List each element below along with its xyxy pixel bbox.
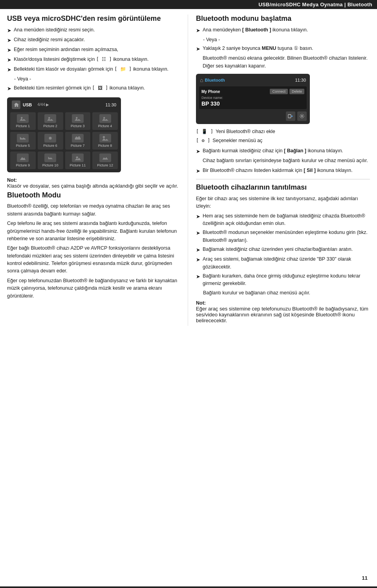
bt-connect-btn[interactable]: Connect (270, 89, 288, 94)
svg-point-3 (48, 117, 50, 119)
pic-icon-11 (72, 153, 84, 162)
phone-icon-bracket: [ 📱 ] (196, 128, 213, 135)
usb-note-box: Not: Klasör ve dosyalar, ses çalma başlı… (7, 177, 180, 189)
bt-device-name-label: Device name: (201, 96, 304, 100)
bt-intro-text-1: Hem araç ses sisteminde hem de bağlamak … (203, 212, 370, 228)
gear-icon-bracket: [ ⚙ ] (196, 137, 210, 144)
icon-legend-2: [ ⚙ ] Seçenekler menüsü aç (196, 137, 370, 144)
bt-bp-label: BP 330 (201, 100, 304, 107)
usb-screen-top-bar: USB 4/44 ▶ 11:30 (10, 100, 118, 109)
icon-legend-text-2: Seçenekler menüsü aç (212, 137, 262, 144)
usb-screen-mockup: USB 4/44 ▶ 11:30 Picture 1 (7, 97, 121, 172)
usb-picture-grid: Picture 1 Picture 2 (10, 112, 118, 169)
bt-intro-heading: Bluetooth cihazlarının tanıtılması (196, 183, 370, 192)
usb-pic-10: Picture 10 (38, 152, 63, 169)
note-label: Not: (7, 177, 17, 183)
bt-note-label: Not: (196, 300, 206, 306)
bt-para-3: Eğer bağlı Bluetooth® cihazı A2DP ve AVR… (7, 245, 180, 275)
bt-bullet-text-1: Ana menüdeyken [ Bluetooth ] ikonuna tık… (203, 26, 370, 34)
svg-point-7 (103, 117, 105, 119)
usb-counter: 4/44 ▶ (37, 102, 49, 107)
bt-veya: - Veya - (196, 36, 370, 44)
usb-top-row: USB 4/44 ▶ (12, 100, 49, 109)
pic-label-8: Picture 8 (93, 144, 117, 148)
usb-pic-12: Picture 12 (92, 152, 118, 169)
usb-section: USB veya microSDHC'den resim görüntüleme… (7, 15, 180, 93)
svg-point-5 (76, 117, 78, 119)
pic-icon-5 (17, 134, 29, 142)
bt-bottom-bar (199, 111, 307, 121)
usb-label: USB (23, 102, 32, 107)
bt-intro-text-4: Araç ses sistemi, bağlamak istediğiniz c… (203, 256, 370, 271)
usb-section-heading: USB veya microSDHC'den resim görüntüleme (7, 15, 180, 23)
pic-label-4: Picture 4 (93, 124, 117, 128)
pic-label-11: Picture 11 (66, 163, 90, 167)
usb-pic-11: Picture 11 (65, 152, 91, 169)
bullet-1: ➤ Ana menüden istediğiniz resmi seçin. (7, 26, 180, 35)
usb-pic-4: Picture 4 (92, 112, 118, 130)
bt-delete-btn[interactable]: Delete (289, 89, 304, 94)
arrow-icon-3: ➤ (7, 46, 11, 54)
bt-intro-para: Eğer bir cihazı araç ses sistemine ilk k… (196, 195, 370, 210)
arrow-icon-2: ➤ (7, 37, 11, 44)
bt-intro-arrow-5: ➤ (196, 273, 200, 281)
bt-home-icon: ⌂ (200, 77, 203, 83)
bt-button-group: Connect Delete (270, 89, 304, 94)
bt-screen-title: ⌂ Bluetooth (200, 77, 225, 83)
usb-pic-6: Picture 6 (38, 132, 63, 150)
bt-intro-text-3: Bağlamak istediğiniz cihaz üzerinden yen… (203, 246, 370, 253)
column-divider (188, 15, 188, 326)
usb-pic-1: Picture 1 (10, 112, 36, 130)
bt-arrow-2: ➤ (196, 45, 200, 53)
bt-note-box: Not: Eğer araç ses sistemine cep telefon… (196, 300, 370, 323)
bt-intro-bullet-4: ➤ Araç ses sistemi, bağlamak istediğiniz… (196, 256, 370, 271)
arrow-icon-5: ➤ (7, 66, 11, 74)
page-number: 11 (362, 575, 368, 581)
bt-bullet-1: ➤ Ana menüdeyken [ Bluetooth ] ikonuna t… (196, 26, 370, 35)
bt-arrow-4: ➤ (196, 148, 200, 155)
bt-intro-text-5: Bağlantı kurarken, daha önce girmiş oldu… (203, 272, 370, 288)
bullet-4: ➤ Klasör/dosya listesini değiştirmek içi… (7, 56, 180, 64)
bt-intro-inline: Bağlantı kurulur ve bağlanan cihaz menüs… (196, 289, 370, 297)
pic-icon-2 (44, 114, 56, 123)
bt-bullet-2: ➤ Yaklaşık 2 saniye boyunca MENU tuşuna … (196, 45, 370, 53)
icon-legend-text-1: Yeni Bluetooth® cihazı ekle (216, 128, 275, 135)
pic-icon-3 (72, 114, 84, 123)
arrow-icon-6: ➤ (7, 85, 11, 93)
bt-start-section: Bluetooth modunu başlatma ➤ Ana menüdeyk… (196, 15, 370, 70)
bt-settings-btn[interactable] (297, 111, 307, 121)
bt-bullet-3: ➤ Bluetooth® menüsü ekrana gelecektir. B… (196, 55, 370, 70)
svg-point-10 (49, 137, 52, 139)
bt-device-name: My Phone (201, 89, 220, 94)
pic-label-12: Picture 12 (93, 163, 117, 167)
pic-label-6: Picture 6 (39, 144, 62, 148)
bullet-text-2: Cihaz istediğiniz resmi açacaktır. (14, 36, 180, 44)
bullet-5: ➤ Bellekteki tüm klasör ve dosyaları gör… (7, 66, 180, 74)
bullet-3: ➤ Eğer resim seçiminin ardından resim aç… (7, 46, 180, 54)
bt-screen-body: My Phone Connect Delete Device name: BP … (199, 86, 307, 109)
bt-intro-arrow-1: ➤ (196, 213, 200, 221)
bt-intro-arrow-4: ➤ (196, 256, 200, 264)
bullet-text-4: Klasör/dosya listesini değiştirmek için … (14, 56, 180, 63)
bt-bullet-5: ➤ Cihaz bağlantı sınırları içerisindeyse… (196, 157, 370, 165)
usb-pic-3: Picture 3 (65, 112, 91, 130)
pic-label-10: Picture 10 (39, 163, 62, 167)
svg-rect-18 (102, 155, 109, 161)
pic-label-3: Picture 3 (66, 124, 90, 128)
bt-bullet-text-2: Yaklaşık 2 saniye boyunca MENU tuşuna ① … (203, 45, 370, 52)
bt-intro-bullet-3: ➤ Bağlamak istediğiniz cihaz üzerinden y… (196, 246, 370, 254)
bt-intro-arrow-3: ➤ (196, 246, 200, 254)
svg-rect-15 (47, 155, 54, 161)
left-column: USB veya microSDHC'den resim görüntüleme… (7, 15, 180, 326)
pic-label-9: Picture 9 (11, 163, 35, 167)
pic-icon-12 (99, 153, 111, 162)
usb-home-button (12, 100, 20, 109)
bt-intro-bullet-5: ➤ Bağlantı kurarken, daha önce girmiş ol… (196, 272, 370, 288)
pic-label-1: Picture 1 (11, 124, 35, 128)
bt-start-heading: Bluetooth modunu başlatma (196, 15, 370, 23)
pic-icon-7 (72, 134, 84, 142)
svg-point-20 (301, 115, 303, 117)
bt-para-4: Eğer cep telefonunuzdan Bluetooth® ile b… (7, 277, 180, 300)
usb-pic-9: Picture 9 (10, 152, 36, 169)
bt-add-device-btn[interactable] (286, 111, 295, 121)
